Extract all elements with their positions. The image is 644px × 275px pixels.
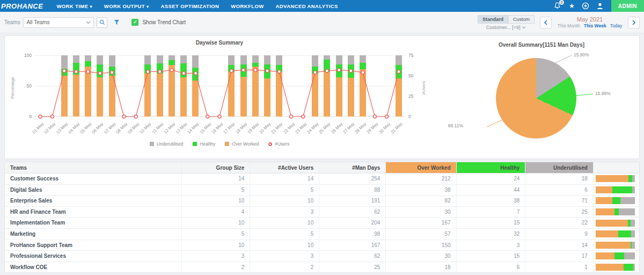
user-icon[interactable] bbox=[596, 2, 604, 10]
table-row[interactable]: Implementation Team10102041671522 bbox=[5, 218, 639, 229]
team-name-cell[interactable]: Marketing bbox=[5, 229, 182, 240]
y-axis-tick-left: 0 bbox=[16, 114, 32, 119]
table-cell: 212 bbox=[386, 173, 456, 184]
period-block: May 2021 This MonthThis WeekToday bbox=[557, 16, 623, 28]
nav-item-work-output[interactable]: WORK OUTPUT▾ bbox=[104, 3, 149, 9]
bar-segment-over-worked bbox=[596, 264, 624, 271]
team-name-cell[interactable]: Workflow COE bbox=[5, 262, 182, 273]
search-button[interactable] bbox=[97, 17, 107, 28]
nav-item-workflow[interactable]: WORKFLOW bbox=[231, 3, 264, 9]
table-header-underutilised[interactable]: Underutilised bbox=[525, 162, 593, 173]
show-trend-chart-checkbox[interactable]: ✓ Show Trend Chart bbox=[131, 19, 186, 26]
bar-segment-over-worked bbox=[596, 208, 614, 215]
table-header-activeusers[interactable]: #Active Users bbox=[250, 162, 319, 173]
bar-segment-underutilised bbox=[631, 230, 635, 237]
bar-segment-healthy bbox=[612, 186, 632, 193]
legend-item-users[interactable]: #Users bbox=[268, 141, 289, 147]
users-line-marker bbox=[147, 70, 150, 73]
table-header-teams[interactable]: Teams bbox=[5, 162, 182, 173]
favorites-star-icon[interactable]: ★ bbox=[569, 3, 575, 9]
pie-leader-lines bbox=[445, 38, 638, 158]
users-line-marker bbox=[290, 115, 293, 118]
table-cell: 18 bbox=[525, 173, 593, 184]
users-line-marker bbox=[302, 115, 305, 118]
table-cell: 10 bbox=[250, 218, 319, 228]
table-row[interactable]: Marketing559857329 bbox=[5, 229, 639, 240]
chevron-left-icon bbox=[544, 20, 548, 25]
legend-marker bbox=[150, 142, 154, 146]
table-row[interactable]: Workflow COE22251861 bbox=[5, 262, 639, 273]
filter-toolbar: Teams All Teams ✓ Show Trend Chart Stand… bbox=[0, 12, 644, 33]
table-row[interactable]: Digital Sales558838446 bbox=[5, 185, 639, 196]
bar-segment-over-worked bbox=[596, 242, 631, 249]
nav-item-advanced-analytics[interactable]: ADVANCED ANALYTICS bbox=[276, 3, 338, 9]
users-line-marker bbox=[39, 115, 42, 118]
users-line-marker bbox=[206, 115, 209, 118]
table-header-groupsize[interactable]: Group Size bbox=[182, 162, 251, 173]
users-line-marker bbox=[218, 115, 221, 118]
legend-item-overworked[interactable]: Over Worked bbox=[225, 141, 259, 147]
nav-right-icons: 0 ★ bbox=[553, 2, 609, 10]
table-header-mandays[interactable]: #Man Days bbox=[319, 162, 386, 173]
legend-item-underutilised[interactable]: Underutilised bbox=[150, 141, 184, 147]
admin-button[interactable]: ADMIN bbox=[611, 0, 644, 12]
table-header-overworked[interactable]: Over Worked bbox=[386, 162, 456, 173]
caret-down-icon: ▾ bbox=[147, 4, 149, 9]
chevron-down-icon bbox=[86, 21, 91, 24]
team-name-cell[interactable]: Enterprise Sales bbox=[5, 196, 182, 206]
users-line-marker bbox=[98, 71, 101, 75]
y-axis-title-right: #Users bbox=[421, 81, 426, 95]
legend-marker bbox=[268, 142, 272, 146]
team-name-cell[interactable]: Customer Success bbox=[5, 173, 182, 184]
table-row[interactable]: Customer Success14142542122418 bbox=[5, 173, 639, 185]
circle-plus-icon[interactable] bbox=[582, 2, 589, 10]
table-header-healthy[interactable]: Healthy bbox=[457, 162, 526, 173]
users-line-marker bbox=[277, 70, 281, 73]
customer-filter-dropdown[interactable]: Customer... [+9] bbox=[486, 25, 526, 30]
prohance-logo: PROHANCE bbox=[0, 2, 50, 10]
team-name-cell[interactable]: Implementation Team bbox=[5, 218, 182, 228]
teams-select-value: All Teams bbox=[26, 19, 86, 25]
legend-item-healthy[interactable]: Healthy bbox=[193, 141, 215, 147]
nav-item-asset-optimization[interactable]: ASSET OPTIMIZATION bbox=[160, 3, 219, 9]
table-row[interactable]: HR and Finance Team436230725 bbox=[5, 207, 639, 218]
period-link-this-week[interactable]: This Week bbox=[584, 23, 606, 28]
customer-filter-value: Customer... [+9] bbox=[486, 25, 521, 30]
filter-funnel-icon[interactable] bbox=[114, 19, 120, 25]
distribution-bar-cell bbox=[594, 196, 639, 206]
table-cell: 5 bbox=[182, 229, 251, 240]
teams-select[interactable]: All Teams bbox=[23, 17, 94, 28]
table-cell: 44 bbox=[457, 185, 526, 196]
chevron-down-icon bbox=[522, 26, 526, 29]
table-row[interactable]: Professional Services3362301517 bbox=[5, 251, 639, 262]
bar-segment-healthy bbox=[618, 230, 631, 237]
table-cell: 5 bbox=[250, 185, 319, 196]
table-cell: 2 bbox=[182, 262, 251, 273]
table-header-row: TeamsGroup Size#Active Users#Man DaysOve… bbox=[5, 162, 639, 173]
table-header-chart[interactable] bbox=[594, 162, 639, 173]
bar-segment-healthy bbox=[612, 197, 620, 204]
bar-segment-over-worked bbox=[596, 186, 613, 193]
nav-item-work-time[interactable]: WORK TIME▾ bbox=[56, 3, 92, 9]
distribution-bar bbox=[596, 208, 635, 215]
period-link-this-month[interactable]: This Month bbox=[558, 23, 580, 28]
notifications-bell-icon[interactable]: 0 bbox=[553, 2, 562, 10]
team-name-cell[interactable]: ProHance Support Team bbox=[5, 240, 182, 251]
table-cell: 30 bbox=[386, 251, 456, 262]
previous-period-button[interactable] bbox=[540, 17, 552, 28]
team-name-cell[interactable]: Professional Services bbox=[5, 251, 182, 262]
users-line-marker bbox=[50, 115, 54, 118]
tab-custom[interactable]: Custom bbox=[508, 15, 535, 24]
distribution-bar bbox=[596, 186, 635, 193]
table-row[interactable]: ProHance Support Team1010167150314 bbox=[5, 240, 639, 251]
team-name-cell[interactable]: Digital Sales bbox=[5, 185, 182, 196]
table-body: Customer Success14142542122418Digital Sa… bbox=[5, 173, 639, 273]
table-row[interactable]: Enterprise Sales1010191823871 bbox=[5, 196, 639, 207]
users-line-marker bbox=[349, 69, 353, 73]
next-period-button[interactable] bbox=[628, 17, 640, 28]
team-name-cell[interactable]: HR and Finance Team bbox=[5, 207, 182, 218]
period-link-today[interactable]: Today bbox=[610, 23, 623, 28]
tab-standard[interactable]: Standard bbox=[478, 15, 508, 24]
legend-marker bbox=[225, 142, 229, 146]
table-cell: 3 bbox=[250, 207, 319, 218]
